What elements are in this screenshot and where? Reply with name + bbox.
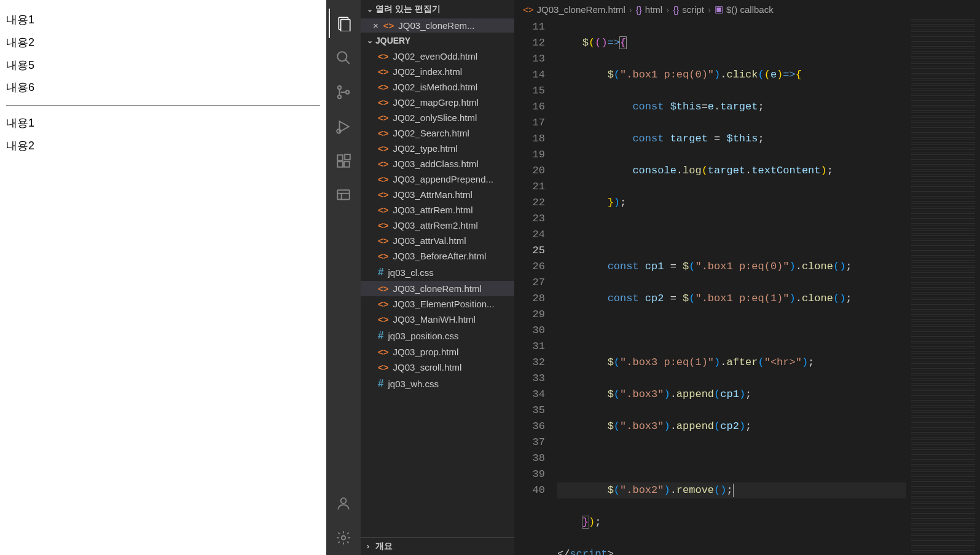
open-editor-item[interactable]: × <> JQ03_cloneRem...: [361, 18, 514, 33]
line-number: 12: [514, 35, 545, 51]
html-file-icon: <>: [378, 159, 389, 169]
file-item[interactable]: <>JQ03_prop.html: [361, 344, 514, 360]
breadcrumb-segment[interactable]: script: [682, 4, 704, 15]
code-editor[interactable]: 1112131415161718192021222324252627282930…: [514, 19, 980, 555]
breadcrumb[interactable]: <> JQ03_cloneRem.html › {} html › {} scr…: [514, 0, 980, 19]
line-number: 26: [514, 259, 545, 275]
html-file-icon: <>: [378, 51, 389, 61]
svg-rect-10: [337, 162, 343, 167]
svg-point-6: [346, 90, 349, 93]
html-file-icon: <>: [378, 128, 389, 138]
line-number: 15: [514, 83, 545, 99]
html-file-icon: <>: [378, 112, 389, 123]
svg-point-2: [337, 52, 347, 61]
file-name-label: JQ03_attrRem.html: [393, 205, 473, 215]
code-content[interactable]: $(()=>{ $(".box1 p:eq(0)").click((e)=>{ …: [557, 19, 906, 555]
file-item[interactable]: <>JQ03_scroll.html: [361, 360, 514, 375]
file-item[interactable]: <>JQ02_mapGrep.html: [361, 95, 514, 110]
file-item[interactable]: <>JQ03_ElementPosition...: [361, 296, 514, 312]
html-file-icon: <>: [378, 220, 389, 230]
file-item[interactable]: #jq03_position.css: [361, 327, 514, 344]
line-number: 33: [514, 371, 545, 387]
file-item[interactable]: <>JQ03_ManiWH.html: [361, 312, 514, 327]
file-item[interactable]: <>JQ02_evenOdd.html: [361, 49, 514, 64]
settings-gear-icon[interactable]: [329, 523, 358, 553]
line-number: 35: [514, 403, 545, 419]
svg-rect-13: [337, 190, 350, 199]
svg-rect-1: [341, 20, 350, 32]
file-item[interactable]: <>JQ02_isMethod.html: [361, 79, 514, 95]
line-number: 27: [514, 275, 545, 291]
folder-header[interactable]: ⌄ JQUERY: [361, 33, 514, 49]
html-file-icon: <>: [378, 362, 389, 372]
file-name-label: JQ02_isMethod.html: [393, 82, 478, 92]
html-file-icon: <>: [378, 314, 389, 325]
account-icon[interactable]: [329, 489, 358, 518]
line-number: 40: [514, 482, 545, 498]
html-file-icon: <>: [523, 4, 534, 15]
line-number: 19: [514, 147, 545, 163]
extensions-icon[interactable]: [329, 146, 358, 176]
file-item[interactable]: #jq03_wh.css: [361, 375, 514, 392]
line-number: 29: [514, 307, 545, 323]
search-icon[interactable]: [329, 43, 358, 73]
html-file-icon: <>: [378, 189, 389, 200]
line-number: 39: [514, 466, 545, 482]
html-file-icon: <>: [378, 251, 389, 261]
remote-window-icon[interactable]: [329, 181, 358, 210]
line-number: 17: [514, 115, 545, 131]
file-name-label: JQ02_evenOdd.html: [393, 51, 478, 61]
minimap[interactable]: [906, 19, 980, 555]
breadcrumb-segment[interactable]: $() callback: [726, 4, 774, 15]
file-item[interactable]: <>JQ03_BeforeAfter.html: [361, 248, 514, 264]
file-item[interactable]: <>JQ03_AttrMan.html: [361, 187, 514, 202]
file-name-label: jq03_wh.css: [388, 379, 439, 389]
svg-point-17: [342, 536, 346, 540]
file-item[interactable]: <>JQ02_onlySlice.html: [361, 110, 514, 125]
file-name-label: jq03_cl.css: [388, 267, 433, 278]
html-file-icon: <>: [378, 283, 389, 294]
file-item[interactable]: <>JQ03_attrRem.html: [361, 202, 514, 218]
browser-text-line: 내용2: [6, 34, 320, 52]
close-icon[interactable]: ×: [373, 20, 378, 31]
file-item[interactable]: <>JQ03_cloneRem.html: [361, 281, 514, 296]
file-item[interactable]: #jq03_cl.css: [361, 264, 514, 281]
file-item[interactable]: <>JQ02_type.html: [361, 141, 514, 156]
svg-line-3: [345, 60, 350, 64]
explorer-icon[interactable]: [329, 9, 358, 38]
file-item[interactable]: <>JQ02_Search.html: [361, 125, 514, 141]
html-file-icon: <>: [378, 143, 389, 154]
svg-rect-11: [344, 162, 350, 167]
explorer-sidebar: ⌄ 열려 있는 편집기 × <> JQ03_cloneRem... ⌄ JQUE…: [361, 0, 514, 555]
file-item[interactable]: <>JQ03_attrRem2.html: [361, 218, 514, 233]
file-name-label: JQ03_attrVal.html: [393, 235, 466, 246]
file-item[interactable]: <>JQ03_addClass.html: [361, 156, 514, 171]
line-number: 28: [514, 291, 545, 307]
html-file-icon: <>: [383, 20, 394, 31]
source-control-icon[interactable]: [329, 77, 358, 107]
line-number: 14: [514, 67, 545, 83]
outline-header[interactable]: › 개요: [361, 537, 514, 555]
breadcrumb-file[interactable]: JQ03_cloneRem.html: [537, 4, 625, 15]
file-name-label: JQ02_type.html: [393, 143, 458, 154]
open-editors-header[interactable]: ⌄ 열려 있는 편집기: [361, 0, 514, 18]
line-number: 31: [514, 339, 545, 355]
line-number: 16: [514, 99, 545, 115]
line-number: 38: [514, 451, 545, 466]
chevron-down-icon: ⌄: [367, 36, 375, 45]
line-number: 22: [514, 195, 545, 211]
debug-icon[interactable]: [329, 112, 358, 141]
css-file-icon: #: [378, 266, 383, 278]
file-name-label: JQ03_attrRem2.html: [393, 220, 478, 230]
file-name-label: JQ02_index.html: [393, 66, 463, 77]
svg-point-5: [338, 95, 341, 98]
line-number: 21: [514, 179, 545, 195]
chevron-right-icon: ›: [708, 4, 711, 15]
file-item[interactable]: <>JQ03_appendPrepend...: [361, 171, 514, 187]
file-name-label: JQ03_BeforeAfter.html: [393, 251, 487, 261]
line-number: 34: [514, 387, 545, 403]
breadcrumb-segment[interactable]: html: [645, 4, 662, 15]
chevron-right-icon: ›: [367, 542, 375, 551]
file-item[interactable]: <>JQ02_index.html: [361, 64, 514, 79]
file-item[interactable]: <>JQ03_attrVal.html: [361, 233, 514, 248]
